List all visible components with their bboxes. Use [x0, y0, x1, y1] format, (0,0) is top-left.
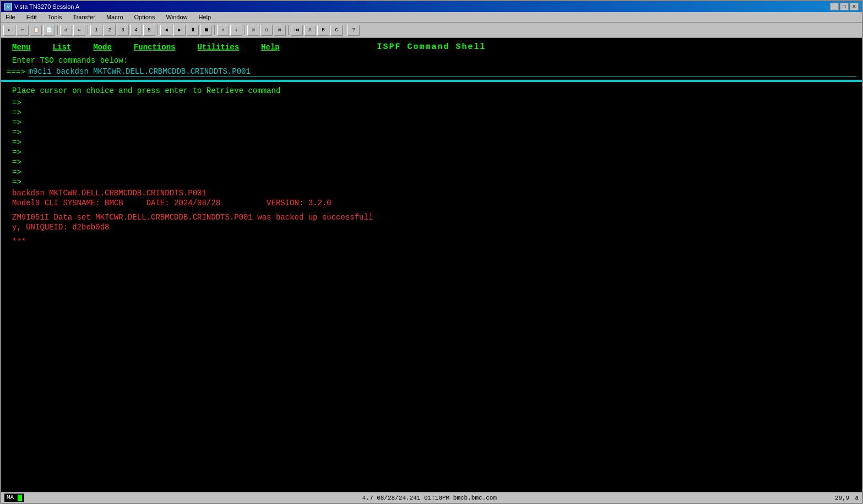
arrow-line-2: =>	[12, 108, 851, 117]
arrow-line-4: =>	[12, 128, 851, 137]
arrow-line-1: =>	[12, 98, 851, 107]
close-button[interactable]: ✕	[850, 3, 859, 10]
command-prompt: ===>	[7, 68, 25, 76]
app-icon: V	[4, 3, 12, 10]
toolbar-btn-7[interactable]: 1	[90, 25, 102, 36]
output-line-3: ZM9I051I Data set MKTCWR.DELL.CRBMCDDB.C…	[12, 213, 851, 222]
ispf-menu-row: Menu List Mode Functions Utilities Help	[12, 43, 377, 52]
arrow-line-9: =>	[12, 178, 851, 187]
output-line-2: Model9 CLI SYSNAME: BMCB DATE: 2024/08/2…	[12, 199, 851, 207]
status-bar: MA 4.7 08/28/24.241 01:10PM bmcb.bmc.com…	[1, 492, 862, 503]
menu-file[interactable]: File	[3, 13, 18, 21]
toolbar-sep-1	[57, 25, 58, 35]
arrow-line-3: =>	[12, 118, 851, 127]
maximize-button[interactable]: □	[840, 3, 849, 10]
menu-macro[interactable]: Macro	[104, 13, 126, 21]
toolbar-btn-10[interactable]: 4	[130, 25, 142, 36]
toolbar-btn-16[interactable]: ⇑	[217, 25, 229, 36]
ispf-menu-menu[interactable]: Menu	[12, 43, 31, 52]
toolbar-sep-5	[245, 25, 245, 35]
toolbar-btn-21[interactable]: ⏮	[291, 25, 303, 36]
toolbar-sep-7	[345, 25, 345, 35]
toolbar-btn-12[interactable]: ◀	[160, 25, 172, 36]
status-indicator: MA	[4, 494, 24, 501]
toolbar-btn-11[interactable]: 5	[143, 25, 155, 36]
ispf-bottom-panel: Place cursor on choice and press enter t…	[1, 82, 862, 492]
minimize-button[interactable]: _	[830, 3, 839, 10]
toolbar-sep-4	[214, 25, 215, 35]
toolbar-btn-9[interactable]: 3	[117, 25, 129, 36]
toolbar-btn-2[interactable]: ✂	[17, 25, 29, 36]
menu-tools[interactable]: Tools	[46, 13, 64, 21]
status-center-text: 4.7 08/28/24.241 01:10PM bmcb.bmc.com	[30, 495, 829, 501]
toolbar-btn-18[interactable]: ⊞	[247, 25, 259, 36]
output-line-5: ***	[12, 237, 851, 246]
toolbar-btn-8[interactable]: 2	[104, 25, 116, 36]
tso-label: Enter TSO commands below:	[1, 55, 862, 66]
toolbar-btn-24[interactable]: C	[330, 25, 343, 36]
toolbar-btn-22[interactable]: A	[304, 25, 316, 36]
arrow-line-7: =>	[12, 158, 851, 167]
toolbar-sep-6	[288, 25, 289, 35]
retrieve-prompt: Place cursor on choice and press enter t…	[12, 86, 851, 95]
toolbar-btn-17[interactable]: ⇓	[230, 25, 242, 36]
title-bar-controls: _ □ ✕	[830, 3, 859, 10]
output-line-1: backdsn MKTCWR.DELL.CRBMCDDB.CRINDDTS.P0…	[12, 189, 851, 198]
menubar: File Edit Tools Transfer Macro Options W…	[1, 12, 862, 23]
menu-options[interactable]: Options	[132, 13, 158, 21]
menu-edit[interactable]: Edit	[24, 13, 39, 21]
ispf-top-panel: Menu List Mode Functions Utilities Help …	[1, 38, 862, 81]
status-mode-indicator: a	[855, 495, 859, 501]
title-bar-left: V Vista TN3270 Session A	[4, 3, 79, 10]
ispf-menu-functions[interactable]: Functions	[134, 43, 176, 52]
toolbar-btn-6[interactable]: ⇐	[73, 25, 85, 36]
window-frame: V Vista TN3270 Session A _ □ ✕ File Edit…	[0, 0, 863, 504]
toolbar-btn-15[interactable]: ⏹	[200, 25, 212, 36]
toolbar-btn-help[interactable]: ?	[348, 25, 360, 36]
arrow-line-5: =>	[12, 138, 851, 147]
toolbar-btn-4[interactable]: 📄	[43, 25, 55, 36]
menu-help[interactable]: Help	[197, 13, 214, 21]
toolbar-btn-5[interactable]: ↺	[60, 25, 72, 36]
window-title: Vista TN3270 Session A	[14, 3, 79, 10]
menu-window[interactable]: Window	[164, 13, 189, 21]
status-right-text: 29,9	[835, 495, 849, 501]
toolbar-btn-1[interactable]: ▸	[3, 25, 15, 36]
command-line: ===>	[1, 66, 862, 78]
toolbar-btn-23[interactable]: B	[317, 25, 329, 36]
command-input[interactable]	[29, 67, 856, 76]
status-mode-cursor	[18, 495, 22, 501]
ispf-menu-utilities[interactable]: Utilities	[197, 43, 239, 52]
ispf-menu-list[interactable]: List	[53, 43, 72, 52]
status-mode-text: MA	[7, 494, 14, 501]
title-bar: V Vista TN3270 Session A _ □ ✕	[1, 1, 862, 12]
arrow-lines-container: => => => => => => => => =>	[12, 98, 851, 187]
menu-transfer[interactable]: Transfer	[70, 13, 97, 21]
ispf-menu-mode[interactable]: Mode	[93, 43, 112, 52]
toolbar-btn-20[interactable]: ⊠	[274, 25, 286, 36]
toolbar-btn-13[interactable]: ▶	[173, 25, 186, 36]
toolbar-sep-3	[158, 25, 158, 35]
toolbar-btn-3[interactable]: 📋	[30, 25, 42, 36]
ispf-title: ISPF Command Shell	[377, 42, 486, 52]
toolbar-btn-19[interactable]: ⊟	[260, 25, 273, 36]
toolbar-btn-14[interactable]: ⏸	[187, 25, 199, 36]
ispf-menu-help[interactable]: Help	[261, 43, 280, 52]
toolbar-sep-2	[88, 25, 88, 35]
output-line-4: y, UNIQUEID: d2beb0d8	[12, 223, 851, 232]
arrow-line-6: =>	[12, 148, 851, 157]
arrow-line-8: =>	[12, 168, 851, 177]
terminal-area: Menu List Mode Functions Utilities Help …	[1, 38, 862, 492]
toolbar: ▸ ✂ 📋 📄 ↺ ⇐ 1 2 3 4 5 ◀ ▶ ⏸ ⏹ ⇑ ⇓ ⊞ ⊟ ⊠ …	[1, 23, 862, 38]
